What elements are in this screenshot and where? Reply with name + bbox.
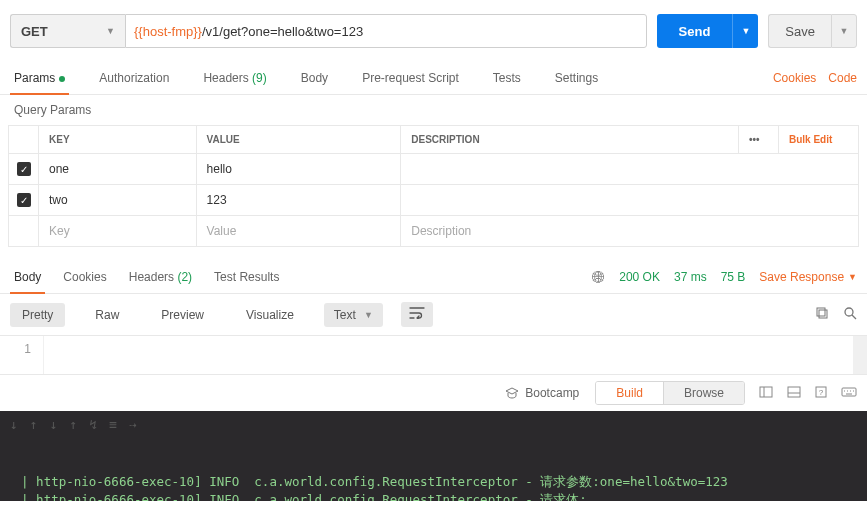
col-key: KEY (39, 126, 197, 154)
scrollbar[interactable] (853, 336, 867, 374)
table-row: ✓ two 123 (9, 185, 859, 216)
tab-tests[interactable]: Tests (489, 62, 525, 94)
keyboard-icon[interactable] (841, 385, 857, 401)
table-row-empty: Key Value Description (9, 216, 859, 247)
param-key-input[interactable]: Key (39, 216, 197, 247)
url-variable: {{host-fmp}} (134, 24, 202, 39)
svg-rect-0 (817, 308, 825, 316)
search-icon[interactable] (843, 306, 857, 323)
svg-text:?: ? (819, 388, 824, 397)
svg-point-2 (845, 308, 853, 316)
query-params-table: KEY VALUE DESCRIPTION ••• Bulk Edit ✓ on… (8, 125, 859, 247)
console-line: | http-nio-6666-exec-10] INFO c.a.world.… (6, 492, 587, 501)
param-key[interactable]: two (39, 185, 197, 216)
tab-headers[interactable]: Headers (9) (199, 62, 270, 94)
ide-console: ↓ ↑ ↓ ↑ ↯ ≡ ⇢ | http-nio-6666-exec-10] I… (0, 411, 867, 501)
resp-tab-tests[interactable]: Test Results (210, 261, 283, 293)
param-key[interactable]: one (39, 154, 197, 185)
url-path: /v1/get?one=hello&two=123 (202, 24, 363, 39)
param-value[interactable]: hello (196, 154, 401, 185)
col-desc: DESCRIPTION (401, 126, 739, 154)
copy-icon[interactable] (815, 306, 829, 323)
svg-rect-6 (788, 387, 800, 397)
wrap-lines-icon[interactable] (401, 302, 433, 327)
resp-tab-body[interactable]: Body (10, 261, 45, 293)
code-link[interactable]: Code (828, 71, 857, 85)
param-desc[interactable] (401, 185, 859, 216)
save-dropdown[interactable]: ▼ (831, 14, 857, 48)
param-value[interactable]: 123 (196, 185, 401, 216)
svg-line-3 (852, 315, 856, 319)
toolbar-icon[interactable]: ≡ (109, 415, 117, 435)
tab-params[interactable]: Params (10, 62, 69, 94)
line-number: 1 (0, 336, 44, 374)
chevron-down-icon: ▼ (106, 26, 115, 36)
param-value-input[interactable]: Value (196, 216, 401, 247)
status-code: 200 OK (619, 270, 660, 284)
col-value: VALUE (196, 126, 401, 154)
tab-body[interactable]: Body (297, 62, 332, 94)
view-raw[interactable]: Raw (83, 303, 131, 327)
console-line: | http-nio-6666-exec-10] INFO c.a.world.… (6, 474, 728, 489)
toolbar-icon[interactable]: ↑ (69, 415, 77, 435)
row-checkbox[interactable]: ✓ (17, 162, 31, 176)
panel-left-icon[interactable] (759, 385, 773, 401)
param-desc[interactable] (401, 154, 859, 185)
bulk-edit-link[interactable]: Bulk Edit (789, 134, 832, 145)
bootcamp-button[interactable]: Bootcamp (505, 386, 579, 400)
help-icon[interactable]: ? (815, 385, 827, 401)
toolbar-icon[interactable]: ↑ (30, 415, 38, 435)
tab-settings[interactable]: Settings (551, 62, 602, 94)
network-icon[interactable]: 🌐︎ (592, 270, 605, 285)
view-pretty[interactable]: Pretty (10, 303, 65, 327)
url-input[interactable]: {{host-fmp}}/v1/get?one=hello&two=123 (125, 14, 647, 48)
http-method-select[interactable]: GET ▼ (10, 14, 125, 48)
resp-tab-cookies[interactable]: Cookies (59, 261, 110, 293)
browse-button[interactable]: Browse (663, 382, 744, 404)
toolbar-icon[interactable]: ⇢ (129, 415, 137, 435)
panel-bottom-icon[interactable] (787, 385, 801, 401)
save-button[interactable]: Save (768, 14, 831, 48)
toolbar-icon[interactable]: ↓ (10, 415, 18, 435)
params-indicator-dot (59, 76, 65, 82)
http-method-value: GET (21, 24, 48, 39)
tab-prerequest[interactable]: Pre-request Script (358, 62, 463, 94)
body-type-select[interactable]: Text▼ (324, 303, 383, 327)
status-size: 75 B (721, 270, 746, 284)
table-row: ✓ one hello (9, 154, 859, 185)
build-button[interactable]: Build (596, 382, 663, 404)
svg-rect-10 (842, 388, 856, 396)
row-checkbox[interactable]: ✓ (17, 193, 31, 207)
more-options-icon[interactable]: ••• (739, 126, 779, 154)
send-button[interactable]: Send (657, 14, 733, 48)
cookies-link[interactable]: Cookies (773, 71, 816, 85)
tab-authorization[interactable]: Authorization (95, 62, 173, 94)
save-response-button[interactable]: Save Response ▼ (759, 270, 857, 284)
send-dropdown[interactable]: ▼ (732, 14, 758, 48)
svg-rect-1 (819, 310, 827, 318)
status-time: 37 ms (674, 270, 707, 284)
response-body[interactable] (44, 336, 853, 374)
svg-rect-4 (760, 387, 772, 397)
resp-tab-headers[interactable]: Headers (2) (125, 261, 196, 293)
toolbar-icon[interactable]: ↯ (89, 415, 97, 435)
query-params-label: Query Params (0, 95, 867, 125)
param-desc-input[interactable]: Description (401, 216, 859, 247)
view-visualize[interactable]: Visualize (234, 303, 306, 327)
toolbar-icon[interactable]: ↓ (50, 415, 58, 435)
view-preview[interactable]: Preview (149, 303, 216, 327)
